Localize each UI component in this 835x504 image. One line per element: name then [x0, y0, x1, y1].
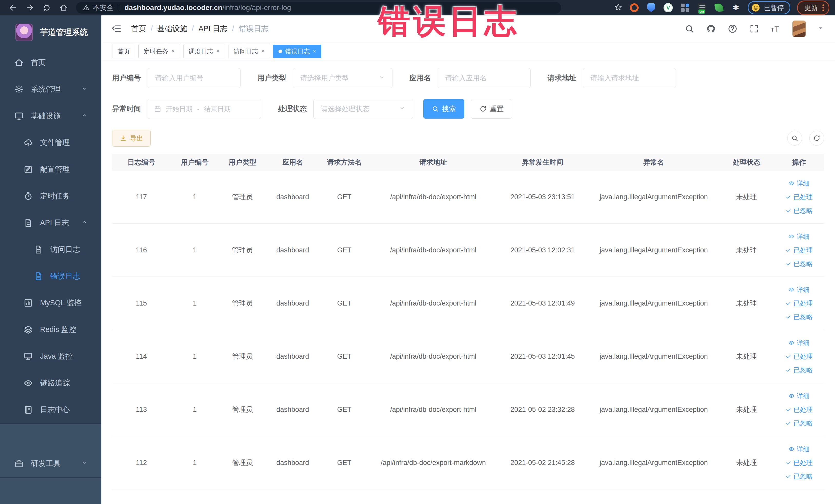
- toggle-search-button[interactable]: [787, 131, 802, 146]
- detail-action-link[interactable]: 详细: [788, 233, 809, 241]
- processed-action-link[interactable]: 已处理: [785, 459, 813, 467]
- sidebar-item-java-monitor[interactable]: Java 监控: [0, 343, 101, 370]
- sidebar-item-log-center[interactable]: 日志中心: [0, 397, 101, 423]
- sidebar-item-config-management[interactable]: 配置管理: [0, 156, 101, 183]
- ignored-action-link[interactable]: 已忽略: [785, 419, 813, 427]
- sidebar-item-access-log[interactable]: 访问日志: [0, 236, 101, 263]
- app-logo-row[interactable]: 芋道管理系统: [0, 15, 101, 49]
- date-range-picker[interactable]: 开始日期 - 结束日期: [148, 99, 261, 119]
- view-icon: [788, 234, 794, 240]
- sidebar-item-error-log[interactable]: 错误日志: [0, 263, 101, 289]
- placeholder: 请输入用户编号: [155, 74, 204, 83]
- sidebar-item-infrastructure[interactable]: 基础设施: [0, 103, 101, 129]
- refresh-table-button[interactable]: [809, 131, 824, 146]
- breadcrumb-item-0[interactable]: 首页: [131, 24, 146, 34]
- breadcrumb-separator: /: [192, 24, 194, 33]
- ignored-action-link[interactable]: 已忽略: [785, 472, 813, 481]
- font-size-icon[interactable]: TT: [771, 24, 780, 34]
- sidebar-item-scheduled-task[interactable]: 定时任务: [0, 183, 101, 209]
- user-menu-caret-icon[interactable]: [817, 25, 824, 32]
- processed-action-link[interactable]: 已处理: [785, 352, 813, 361]
- detail-action-link[interactable]: 详细: [788, 392, 809, 400]
- browser-toolbar-right: V ✱ 已暂停 更新: [614, 1, 829, 15]
- processed-action-link[interactable]: 已处理: [785, 405, 813, 414]
- close-tab-icon[interactable]: ×: [217, 48, 220, 54]
- sidebar: 芋道管理系统 首页系统管理基础设施文件管理配置管理定时任务API 日志访问日志错…: [0, 15, 101, 504]
- main-area: 首页/基础设施/API 日志/错误日志 TT 首页定时任务×调度日志×访问日志×…: [101, 15, 835, 504]
- help-icon[interactable]: [728, 24, 737, 34]
- fullscreen-icon[interactable]: [749, 24, 759, 34]
- sidebar-item-trace[interactable]: 链路追踪: [0, 370, 101, 397]
- check-icon: [785, 406, 791, 412]
- extension-leaf-icon[interactable]: [714, 3, 724, 13]
- extension-green-v-icon[interactable]: V: [663, 3, 673, 13]
- ignored-action-link[interactable]: 已忽略: [785, 366, 813, 374]
- chevron-up-icon: [81, 219, 87, 227]
- user-type-select[interactable]: 请选择用户类型: [293, 68, 392, 88]
- search-icon[interactable]: [685, 24, 694, 34]
- back-icon[interactable]: [6, 2, 20, 14]
- close-tab-icon[interactable]: ×: [313, 48, 316, 54]
- extension-orange-ring-icon[interactable]: [629, 3, 639, 13]
- detail-action-link[interactable]: 详细: [788, 445, 809, 453]
- reload-icon[interactable]: [40, 2, 54, 14]
- tab-label: 错误日志: [285, 47, 310, 56]
- extension-shield-icon[interactable]: [646, 3, 656, 13]
- breadcrumb-item-2[interactable]: API 日志: [199, 24, 227, 34]
- error-log-table: 日志编号用户编号用户类型应用名请求方法名请求地址异常发生时间异常名处理状态操作 …: [112, 154, 824, 489]
- status-select[interactable]: 请选择处理状态: [313, 99, 413, 119]
- address-bar[interactable]: 不安全 dashboard.yudao.iocoder.cn /infra/lo…: [76, 2, 561, 14]
- ignored-action-link[interactable]: 已忽略: [785, 260, 813, 268]
- ignored-action-link[interactable]: 已忽略: [785, 313, 813, 321]
- status-placeholder: 请选择处理状态: [321, 104, 369, 114]
- cell-status: 未处理: [719, 170, 774, 224]
- processed-action-link[interactable]: 已处理: [785, 246, 813, 255]
- request-url-input[interactable]: 请输入请求地址: [583, 68, 676, 88]
- tab-schedule-log[interactable]: 调度日志×: [183, 45, 225, 58]
- sidebar-item-system-management[interactable]: 系统管理: [0, 76, 101, 103]
- user-id-input[interactable]: 请输入用户编号: [148, 68, 241, 88]
- export-button[interactable]: 导出: [112, 130, 151, 147]
- tab-error-log[interactable]: 错误日志×: [273, 45, 322, 58]
- processed-action-link[interactable]: 已处理: [785, 193, 813, 201]
- calendar-icon: [154, 105, 161, 113]
- cell-time: 2021-05-03 12:01:49: [497, 277, 588, 330]
- cell-id: 112: [112, 436, 170, 489]
- profile-paused-badge[interactable]: 已暂停: [748, 1, 790, 14]
- sidebar-item-api-log[interactable]: API 日志: [0, 209, 101, 236]
- close-tab-icon[interactable]: ×: [171, 48, 175, 54]
- forward-icon[interactable]: [23, 2, 37, 14]
- collapse-sidebar-icon[interactable]: [111, 23, 122, 35]
- sidebar-item-file-management[interactable]: 文件管理: [0, 129, 101, 156]
- tab-home[interactable]: 首页: [112, 45, 135, 58]
- action-label: 已处理: [793, 246, 813, 255]
- close-tab-icon[interactable]: ×: [261, 48, 265, 54]
- ignored-action-link[interactable]: 已忽略: [785, 206, 813, 215]
- browser-menu-icon[interactable]: [822, 4, 824, 11]
- app-name-input[interactable]: 请输入应用名: [437, 68, 531, 88]
- sidebar-item-dev-tools[interactable]: 研发工具: [0, 450, 101, 477]
- chrome-update-button[interactable]: 更新: [797, 1, 829, 15]
- infrastructure-icon: [14, 112, 24, 121]
- detail-action-link[interactable]: 详细: [788, 285, 809, 294]
- extension-puzzle-icon[interactable]: ✱: [731, 3, 741, 13]
- tab-access-log[interactable]: 访问日志×: [228, 45, 270, 58]
- github-icon[interactable]: [706, 24, 716, 34]
- breadcrumb-item-1[interactable]: 基础设施: [157, 24, 187, 34]
- extension-grid-icon[interactable]: [680, 3, 690, 13]
- extension-on-badge-icon[interactable]: [697, 3, 707, 13]
- sidebar-item-home[interactable]: 首页: [0, 49, 101, 76]
- processed-action-link[interactable]: 已处理: [785, 299, 813, 308]
- sidebar-item-label: 配置管理: [40, 164, 70, 175]
- detail-action-link[interactable]: 详细: [788, 339, 809, 347]
- tab-scheduled-task[interactable]: 定时任务×: [138, 45, 180, 58]
- sidebar-item-mysql-monitor[interactable]: MySQL 监控: [0, 289, 101, 316]
- user-avatar[interactable]: [792, 21, 806, 37]
- browser-home-icon[interactable]: [57, 2, 71, 14]
- search-button[interactable]: 搜索: [423, 99, 464, 119]
- sidebar-item-redis-monitor[interactable]: Redis 监控: [0, 316, 101, 343]
- detail-action-link[interactable]: 详细: [788, 179, 809, 188]
- cell-exception: java.lang.IllegalArgumentException: [588, 170, 719, 224]
- bookmark-star-icon[interactable]: [614, 3, 623, 12]
- reset-button[interactable]: 重置: [471, 99, 512, 119]
